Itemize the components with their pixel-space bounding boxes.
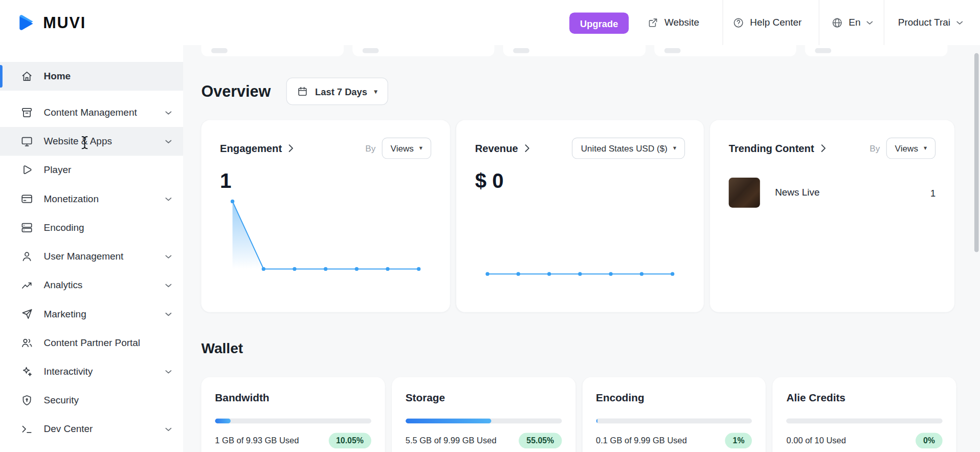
storage-card: Storage 5.5 GB of 9.99 GB Used 55.05% xyxy=(392,377,575,452)
sidebar-item-marketing[interactable]: Marketing xyxy=(0,299,183,328)
encoding-usage: 0.1 GB of 9.99 GB Used xyxy=(596,436,687,445)
bandwidth-title: Bandwidth xyxy=(215,392,371,404)
sidebar-item-label: User Management xyxy=(44,251,124,262)
sidebar-item-label: Home xyxy=(44,71,71,82)
trending-title: Trending Content xyxy=(729,142,814,154)
chevron-down-icon xyxy=(165,254,172,259)
partial-card xyxy=(805,45,947,56)
sidebar-item-content-management[interactable]: Content Management xyxy=(0,98,183,127)
revenue-chart xyxy=(475,200,685,285)
chevron-down-icon xyxy=(956,20,963,25)
encoding-percent-badge: 1% xyxy=(725,433,752,449)
sidebar-item-partial[interactable] xyxy=(0,443,183,452)
sparkle-icon xyxy=(20,365,33,378)
play-icon xyxy=(20,164,33,176)
sidebar-item-encoding[interactable]: Encoding xyxy=(0,213,183,242)
bandwidth-percent-badge: 10.05% xyxy=(328,433,371,449)
chevron-down-icon: ▾ xyxy=(924,145,927,151)
encoding-title: Encoding xyxy=(596,392,752,404)
help-icon xyxy=(732,16,744,28)
home-icon xyxy=(20,70,33,82)
chevron-down-icon xyxy=(165,111,172,115)
chevron-down-icon xyxy=(165,427,172,432)
storage-usage: 5.5 GB of 9.99 GB Used xyxy=(406,436,497,445)
revenue-card-link[interactable]: Revenue xyxy=(475,142,530,154)
sidebar-item-analytics[interactable]: Analytics xyxy=(0,271,183,299)
globe-icon xyxy=(831,16,843,28)
topbar-divider xyxy=(884,0,884,45)
monitor-icon xyxy=(20,135,33,147)
storage-progress-track xyxy=(406,418,562,423)
topbar-divider xyxy=(723,0,723,45)
credit-card-icon xyxy=(20,192,33,205)
trending-views-dropdown[interactable]: Views ▾ xyxy=(886,138,936,159)
sidebar-item-label: Player xyxy=(44,164,72,176)
help-center-label: Help Center xyxy=(750,17,801,28)
overview-title: Overview xyxy=(201,78,271,105)
chevron-down-icon: ▾ xyxy=(374,88,377,95)
sidebar-spacer xyxy=(0,91,183,98)
chevron-down-icon xyxy=(165,283,172,288)
website-link[interactable]: Website xyxy=(648,0,699,45)
muvi-logo[interactable]: MUVI xyxy=(0,0,183,45)
archive-box-icon xyxy=(20,106,33,119)
chevron-right-icon xyxy=(524,144,530,153)
wallet-title: Wallet xyxy=(201,339,979,357)
help-center-link[interactable]: Help Center xyxy=(732,0,801,45)
currency-label: United States USD ($) xyxy=(581,143,667,154)
trending-list-item[interactable]: News Live 1 xyxy=(729,178,936,208)
sidebar-nav: Home Content Management Website & Apps xyxy=(0,45,183,452)
vertical-scrollbar[interactable] xyxy=(974,45,979,452)
bandwidth-progress-fill xyxy=(215,418,231,423)
date-range-filter[interactable]: Last 7 Days ▾ xyxy=(286,78,388,105)
trending-card-link[interactable]: Trending Content xyxy=(729,142,826,154)
storage-percent-badge: 55.05% xyxy=(519,433,562,449)
scrollbar-thumb[interactable] xyxy=(974,53,979,252)
shield-icon xyxy=(20,394,33,406)
revenue-title: Revenue xyxy=(475,142,518,154)
sidebar-item-interactivity[interactable]: Interactivity xyxy=(0,357,183,386)
engagement-views-dropdown[interactable]: Views ▾ xyxy=(382,138,431,159)
views-filter-label: Views xyxy=(895,143,918,154)
sidebar-item-label: Monetization xyxy=(44,193,99,205)
send-icon xyxy=(20,308,33,320)
sidebar-item-label: Marketing xyxy=(44,308,86,319)
alie-credits-card: Alie Credits 0.00 of 10 Used 0% xyxy=(773,377,956,452)
sidebar-item-dev-center[interactable]: Dev Center xyxy=(0,415,183,443)
encoding-progress-fill xyxy=(596,418,597,423)
scrolled-card-fragments xyxy=(201,45,947,56)
engagement-title: Engagement xyxy=(220,142,282,154)
sidebar-item-website-apps[interactable]: Website & Apps xyxy=(0,127,183,156)
language-selector[interactable]: En xyxy=(831,0,873,45)
sidebar-item-user-management[interactable]: User Management xyxy=(0,242,183,271)
terminal-icon xyxy=(20,423,33,435)
engagement-value: 1 xyxy=(220,169,431,192)
sidebar-item-player[interactable]: Player xyxy=(0,156,183,184)
currency-dropdown[interactable]: United States USD ($) ▾ xyxy=(572,138,685,159)
date-range-label: Last 7 Days xyxy=(315,86,367,97)
sidebar-item-content-partner-portal[interactable]: Content Partner Portal xyxy=(0,328,183,357)
content-thumbnail xyxy=(729,178,760,208)
sidebar-item-security[interactable]: Security xyxy=(0,386,183,415)
engagement-card-link[interactable]: Engagement xyxy=(220,142,294,154)
upgrade-button[interactable]: Upgrade xyxy=(569,12,629,34)
chevron-down-icon xyxy=(866,20,873,25)
sidebar-item-home[interactable]: Home xyxy=(0,62,183,91)
brand-name: MUVI xyxy=(43,13,86,31)
chevron-right-icon xyxy=(820,144,826,153)
sidebar-item-label: Website & Apps xyxy=(44,136,112,147)
sidebar-item-label: Content Management xyxy=(44,107,137,118)
product-training-menu[interactable]: Product Trai xyxy=(898,0,963,45)
sidebar-item-monetization[interactable]: Monetization xyxy=(0,184,183,213)
alie-credits-usage: 0.00 of 10 Used xyxy=(786,436,845,445)
language-label: En xyxy=(849,17,860,28)
sidebar-item-label: Encoding xyxy=(44,222,84,233)
chevron-down-icon: ▾ xyxy=(673,145,676,151)
partial-card xyxy=(654,45,796,56)
alie-credits-title: Alie Credits xyxy=(786,392,942,404)
product-training-label: Product Trai xyxy=(898,17,950,28)
website-label: Website xyxy=(664,17,699,28)
sidebar-item-label: Interactivity xyxy=(44,366,93,377)
storage-progress-fill xyxy=(406,418,492,423)
calendar-icon xyxy=(297,85,308,97)
